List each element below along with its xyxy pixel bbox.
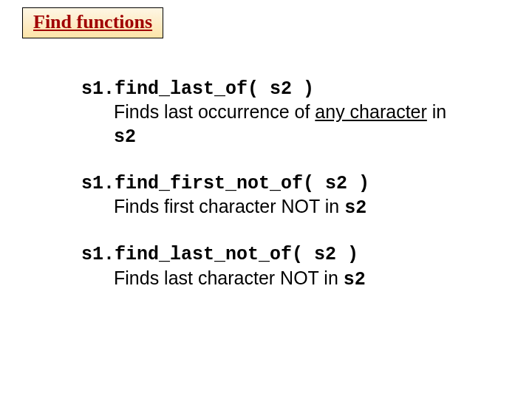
function-signature: s1.find_first_not_of( s2 ) [81,172,466,195]
function-entry: s1.find_first_not_of( s2 ) Finds first c… [81,172,466,220]
function-description: Finds last occurrence of any character i… [81,100,466,149]
function-entry: s1.find_last_not_of( s2 ) Finds last cha… [81,243,466,291]
desc-text-pre: Finds first character NOT in [114,196,344,216]
function-entry: s1.find_last_of( s2 ) Finds last occurre… [81,78,466,149]
desc-inline-code: s2 [344,269,366,290]
function-signature: s1.find_last_not_of( s2 ) [81,243,466,266]
desc-text-pre: Finds last occurrence of [114,101,315,122]
desc-inline-code: s2 [114,126,136,148]
desc-text-underlined: any character [315,101,426,122]
desc-text-post: in [427,101,446,122]
function-description: Finds first character NOT in s2 [81,195,466,219]
slide-title: Find functions [33,11,152,33]
title-box: Find functions [22,7,163,38]
desc-inline-code: s2 [344,197,366,219]
desc-text-pre: Finds last character NOT in [114,267,344,288]
content-area: s1.find_last_of( s2 ) Finds last occurre… [81,78,466,315]
function-description: Finds last character NOT in s2 [81,267,466,291]
function-signature: s1.find_last_of( s2 ) [81,78,466,100]
